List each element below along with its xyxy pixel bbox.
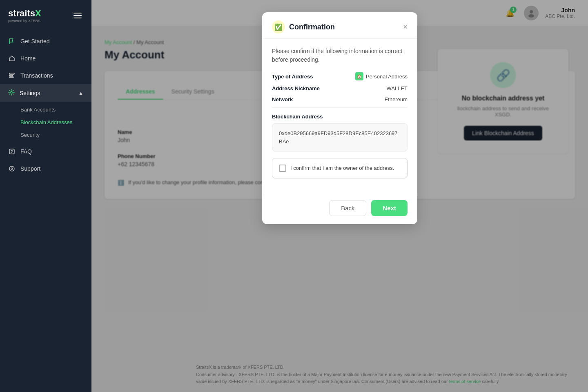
modal-icon: ✅ [272, 20, 285, 33]
settings-label: Settings [20, 90, 40, 96]
sidebar-nav: Get Started Home Transactions Settings ▲ [0, 29, 91, 392]
confirmation-modal: ✅ Confirmation × Please confirm if the f… [262, 12, 417, 224]
transactions-icon [8, 72, 16, 79]
sidebar-item-bank-accounts[interactable]: Bank Accounts [20, 103, 91, 116]
modal-title-row: ✅ Confirmation [272, 20, 335, 33]
sidebar-item-get-started[interactable]: Get Started [0, 33, 91, 50]
modal-overlay: ✅ Confirmation × Please confirm if the f… [91, 0, 588, 392]
modal-title: Confirmation [289, 23, 335, 31]
flag-icon [8, 38, 16, 45]
home-icon [8, 55, 16, 62]
blockchain-address-label: Blockchain Address [272, 113, 408, 120]
confirm-ownership-checkbox[interactable] [279, 165, 286, 172]
modal-header: ✅ Confirmation × [262, 12, 417, 39]
svg-point-7 [11, 168, 13, 169]
sidebar-item-blockchain-addresses[interactable]: Blockchain Addresses [20, 116, 91, 129]
sidebar-item-settings[interactable]: Settings ▲ [0, 84, 91, 102]
sidebar-item-label: FAQ [20, 148, 32, 155]
support-icon [8, 165, 16, 172]
svg-point-6 [9, 166, 14, 171]
sidebar-item-security[interactable]: Security [20, 129, 91, 141]
sidebar-item-home[interactable]: Home [0, 50, 91, 67]
sidebar: straitsX powered by XFERS Get Started Ho… [0, 0, 91, 392]
modal-body: Please confirm if the following informat… [262, 39, 417, 195]
sidebar-item-support[interactable]: Support [0, 160, 91, 177]
settings-left: Settings [8, 89, 40, 97]
confirm-ownership-text: I confirm that I am the owner of the add… [290, 164, 394, 172]
confirm-ownership-box: I confirm that I am the owner of the add… [272, 158, 408, 178]
personal-address-icon: 🏠 [355, 72, 363, 80]
logo-area: straitsX powered by XFERS [0, 0, 91, 29]
sidebar-item-label: Support [20, 165, 40, 172]
settings-subnav: Bank Accounts Blockchain Addresses Secur… [0, 102, 91, 143]
sidebar-item-label: Home [20, 55, 36, 62]
faq-icon: ? [8, 148, 16, 155]
nickname-value: WALLET [386, 85, 408, 91]
modal-footer: Back Next [262, 195, 417, 224]
chevron-up-icon: ▲ [78, 90, 83, 96]
back-button[interactable]: Back [329, 200, 366, 216]
svg-text:?: ? [11, 149, 13, 154]
type-of-address-row: Type of Address 🏠 Personal Address [272, 72, 408, 80]
network-value: Ethereum [385, 96, 408, 102]
address-nickname-row: Address Nickname WALLET [272, 85, 408, 91]
sidebar-item-label: Transactions [20, 72, 53, 79]
sidebar-item-label: Get Started [20, 38, 50, 45]
blockchain-address-value: 0xde0B295669a9FD93d5F28D9Ec85E402323697B… [272, 123, 408, 151]
sidebar-item-transactions[interactable]: Transactions [0, 67, 91, 84]
network-row: Network Ethereum [272, 96, 408, 102]
svg-rect-2 [9, 77, 13, 78]
modal-close-button[interactable]: × [403, 23, 408, 31]
hamburger-button[interactable] [72, 11, 83, 20]
logo-powered: powered by XFERS [8, 19, 41, 23]
svg-point-3 [11, 91, 12, 93]
settings-icon [8, 89, 15, 97]
next-button[interactable]: Next [371, 200, 408, 216]
svg-rect-0 [9, 73, 14, 74]
main-area: 🔔 1 John ABC Pte. Ltd. My Account / My A… [91, 0, 588, 392]
type-value: 🏠 Personal Address [355, 72, 408, 80]
svg-rect-1 [9, 75, 13, 76]
modal-subtitle: Please confirm if the following informat… [272, 47, 408, 64]
logo: straitsX powered by XFERS [8, 8, 41, 23]
divider [272, 107, 408, 108]
sidebar-item-faq[interactable]: ? FAQ [0, 143, 91, 160]
